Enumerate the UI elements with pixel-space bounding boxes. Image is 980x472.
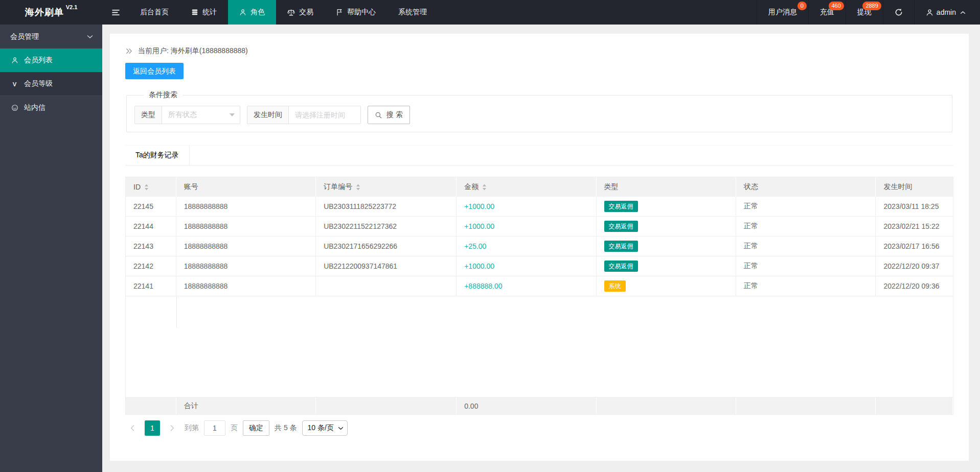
cell-account: 18888888888	[176, 217, 316, 236]
person-icon	[239, 9, 246, 16]
topnav-right-label: 用户消息	[768, 8, 797, 17]
topnav-item-label: 角色	[250, 8, 265, 17]
v-icon: V	[11, 81, 18, 87]
cell-account: 18888888888	[176, 276, 316, 296]
topnav-right-item-提现[interactable]: 提现2889	[846, 0, 883, 25]
goto-page-input[interactable]	[204, 420, 225, 436]
table-row: 2214118888888888+888888.00系统正常2022/12/20…	[126, 276, 953, 296]
time-filter-label: 发生时间	[247, 106, 289, 124]
cell-status: 正常	[736, 276, 876, 296]
user-menu[interactable]: admin	[914, 0, 980, 25]
notification-badge: 0	[797, 2, 807, 10]
sort-icon[interactable]	[482, 184, 487, 191]
cell-amount: +1000.00	[457, 217, 596, 236]
column-header-label: 状态	[744, 182, 758, 192]
table-row: 2214218888888888UB2212200937147861+1000.…	[126, 256, 953, 276]
type-badge: 交易返佣	[604, 201, 638, 212]
brand-title: 海外刷单	[25, 6, 64, 18]
column-header-金额[interactable]: 金额	[457, 177, 596, 197]
username: admin	[937, 8, 956, 16]
cell-order-no: UB2212200937147861	[316, 256, 457, 276]
main-area: 当前用户: 海外刷单(18888888888) 返回会员列表 条件搜索 类型 所…	[102, 25, 980, 472]
goto-prefix-label: 到第	[185, 423, 199, 433]
search-button-label: 搜 索	[386, 110, 403, 120]
page-size-value: 10 条/页	[308, 423, 334, 433]
menu-toggle-button[interactable]	[102, 0, 129, 25]
cell-time: 2023/03/11 18:25	[876, 197, 952, 216]
sort-icon[interactable]	[144, 184, 149, 191]
next-page-button[interactable]	[165, 420, 179, 436]
sidebar-group-member-management[interactable]: 会员管理	[0, 25, 102, 49]
type-filter-label: 类型	[135, 106, 162, 124]
total-label: 合计	[176, 397, 316, 414]
cell-time: 2023/02/21 15:22	[876, 217, 952, 236]
type-filter-select[interactable]: 所有状态	[162, 106, 240, 124]
type-badge: 交易返佣	[604, 241, 638, 252]
notification-badge: 2889	[862, 2, 881, 10]
current-page-button[interactable]: 1	[145, 420, 160, 436]
cell-type: 系统	[597, 276, 736, 296]
cell-time: 2023/02/17 16:56	[876, 237, 952, 256]
chevron-down-icon	[87, 35, 93, 39]
topnav-right-item-充值[interactable]: 充值460	[808, 0, 846, 25]
sort-icon[interactable]	[356, 184, 360, 191]
table-row: 2214318888888888UB2302171656292266+25.00…	[126, 237, 953, 256]
topnav-item-label: 帮助中心	[347, 8, 376, 17]
cell-type: 交易返佣	[597, 197, 736, 216]
topnav-item-角色[interactable]: 角色	[228, 0, 276, 25]
topnav-item-交易[interactable]: 交易	[276, 0, 325, 25]
search-button[interactable]: 搜 索	[368, 106, 410, 124]
column-header-订单编号[interactable]: 订单编号	[316, 177, 457, 197]
topnav-items: 后台首页统计角色交易帮助中心系统管理	[129, 0, 438, 25]
column-header-label: 账号	[184, 182, 198, 192]
goto-confirm-button[interactable]: 确定	[243, 420, 269, 436]
refresh-button[interactable]	[883, 0, 914, 25]
notification-badge: 460	[829, 2, 844, 10]
cell-id: 22142	[126, 256, 176, 276]
type-badge: 交易返佣	[604, 261, 638, 272]
brand-version: V2.1	[66, 4, 78, 10]
type-filter-value: 所有状态	[168, 110, 197, 120]
cell-order-no: UB2302211522127362	[316, 217, 457, 236]
cell-time: 2022/12/20 09:37	[876, 256, 952, 276]
sidebar-item-会员列表[interactable]: 会员列表	[0, 49, 102, 72]
column-header-ID[interactable]: ID	[126, 177, 176, 197]
topnav-right-item-用户消息[interactable]: 用户消息0	[757, 0, 808, 25]
svg-text:V: V	[13, 81, 17, 87]
prev-page-button[interactable]	[125, 420, 140, 436]
search-icon	[375, 111, 382, 119]
cell-amount: +25.00	[457, 237, 596, 256]
topnav-item-后台首页[interactable]: 后台首页	[129, 0, 180, 25]
tab-bar: Ta的财务记录	[125, 145, 953, 166]
user-icon	[926, 9, 933, 16]
topnav-right: 用户消息0充值460提现2889 admin	[757, 0, 980, 25]
refresh-icon	[895, 8, 903, 16]
column-header-类型: 类型	[597, 177, 736, 197]
cell-account: 18888888888	[176, 197, 316, 216]
cell-id: 22141	[126, 276, 176, 296]
table-body: 2214518888888888UB2303111825223772+1000.…	[126, 197, 953, 296]
topnav-item-统计[interactable]: 统计	[180, 0, 228, 25]
cell-type: 交易返佣	[597, 256, 736, 276]
type-badge: 交易返佣	[604, 221, 638, 232]
financial-records-table: ID账号订单编号金额类型状态发生时间 2214518888888888UB230…	[125, 177, 953, 415]
topnav-item-帮助中心[interactable]: 帮助中心	[325, 0, 387, 25]
brand-logo: 海外刷单 V2.1	[0, 0, 102, 25]
back-to-member-list-button[interactable]: 返回会员列表	[125, 63, 184, 79]
time-filter-input[interactable]	[289, 106, 360, 124]
sidebar-item-会员等级[interactable]: V会员等级	[0, 72, 102, 96]
column-header-label: 金额	[464, 182, 478, 192]
tab-financial-records[interactable]: Ta的财务记录	[125, 146, 190, 165]
total-amount: 0.00	[457, 397, 596, 414]
topnav-item-系统管理[interactable]: 系统管理	[387, 0, 438, 25]
page-size-select[interactable]: 10 条/页	[302, 420, 348, 436]
table-empty-area	[126, 296, 953, 397]
type-filter-group: 类型 所有状态	[134, 106, 240, 124]
topnav-item-label: 交易	[299, 8, 313, 17]
double-chevron-icon	[125, 48, 133, 54]
sidebar-item-站内信[interactable]: 站内信	[0, 96, 102, 119]
topnav-item-label: 统计	[202, 8, 217, 17]
time-filter-group: 发生时间	[247, 106, 361, 124]
table-row: 2214418888888888UB2302211522127362+1000.…	[126, 217, 953, 237]
column-header-发生时间: 发生时间	[876, 177, 952, 197]
